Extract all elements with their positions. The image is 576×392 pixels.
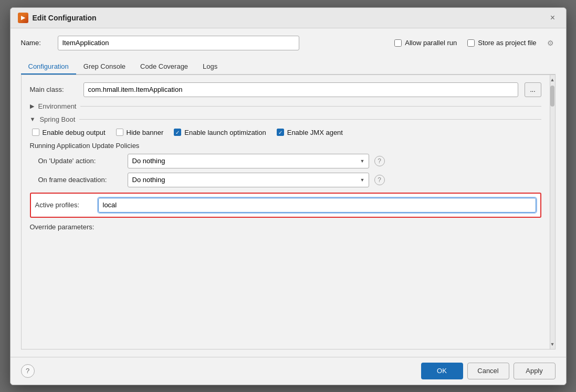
dialog-body: Name: Allow parallel run Store as projec… — [11, 28, 566, 357]
active-profiles-input[interactable] — [98, 198, 536, 213]
gear-icon[interactable]: ⚙ — [547, 39, 556, 47]
app-icon: ▶ — [18, 13, 28, 23]
bottom-bar: ? OK Cancel Apply — [11, 357, 566, 385]
policies-section: Running Application Update Policies On '… — [30, 142, 541, 187]
enable-launch-item[interactable]: ✓ Enable launch optimization — [174, 129, 266, 136]
action-buttons: OK Cancel Apply — [421, 363, 556, 379]
ellipsis-button[interactable]: ... — [525, 82, 541, 97]
name-row: Name: Allow parallel run Store as projec… — [21, 36, 556, 50]
active-profiles-label: Active profiles: — [35, 201, 93, 209]
cancel-button[interactable]: Cancel — [467, 363, 509, 379]
frame-deactivation-label: On frame deactivation: — [38, 176, 122, 184]
help-button[interactable]: ? — [21, 364, 35, 378]
title-bar-left: ▶ Edit Configuration — [18, 13, 97, 23]
store-project-checkbox[interactable]: Store as project file — [467, 39, 536, 47]
dialog-title: Edit Configuration — [33, 14, 97, 22]
tab-grep-console[interactable]: Grep Console — [76, 59, 133, 74]
tabs-row: Configuration Grep Console Code Coverage… — [21, 59, 556, 75]
spring-boot-options-row: Enable debug output Hide banner ✓ Enable… — [30, 129, 541, 136]
enable-jmx-label: Enable JMX agent — [287, 129, 343, 136]
edit-configuration-dialog: ▶ Edit Configuration × Name: Allow paral… — [10, 7, 567, 385]
name-input[interactable] — [58, 36, 299, 50]
scroll-thumb[interactable] — [550, 86, 554, 107]
apply-button[interactable]: Apply — [514, 363, 556, 379]
tab-configuration[interactable]: Configuration — [21, 59, 76, 74]
frame-deactivation-row: On frame deactivation: Do nothing Update… — [30, 173, 541, 187]
hide-banner-item[interactable]: Hide banner — [116, 129, 164, 136]
frame-deactivation-select[interactable]: Do nothing Update resources Update class… — [128, 173, 369, 187]
enable-jmx-item[interactable]: ✓ Enable JMX agent — [277, 129, 343, 136]
ok-button[interactable]: OK — [421, 363, 463, 379]
scroll-up-button[interactable]: ▲ — [549, 76, 556, 83]
policies-title: Running Application Update Policies — [30, 142, 541, 150]
store-project-label: Store as project file — [478, 39, 536, 47]
update-action-select[interactable]: Do nothing Update classes and resources … — [128, 154, 369, 168]
close-button[interactable]: × — [547, 12, 559, 24]
frame-deactivation-wrapper: Do nothing Update resources Update class… — [128, 173, 369, 187]
tab-code-coverage[interactable]: Code Coverage — [133, 59, 195, 74]
tab-logs[interactable]: Logs — [195, 59, 225, 74]
environment-arrow[interactable]: ▶ — [30, 103, 34, 110]
environment-section: ▶ Environment — [30, 102, 541, 110]
spring-boot-arrow[interactable]: ▼ — [30, 116, 36, 122]
update-action-help-icon[interactable]: ? — [374, 156, 385, 166]
scroll-track: ▲ ▼ — [550, 75, 555, 349]
enable-debug-item[interactable]: Enable debug output — [32, 129, 106, 136]
hide-banner-checkbox[interactable] — [116, 129, 123, 136]
name-label: Name: — [21, 39, 47, 47]
update-action-wrapper: Do nothing Update classes and resources … — [128, 154, 369, 168]
header-checkboxes: Allow parallel run Store as project file… — [394, 39, 555, 47]
override-params: Override parameters: — [30, 223, 541, 231]
title-bar: ▶ Edit Configuration × — [11, 8, 566, 28]
spring-boot-label: Spring Boot — [39, 115, 75, 123]
spring-boot-section: ▼ Spring Boot — [30, 115, 541, 123]
content-with-scroll: Main class: ... ▶ Environment ▼ Spring B… — [21, 75, 556, 349]
enable-launch-checkbox[interactable]: ✓ — [174, 129, 181, 136]
enable-debug-checkbox[interactable] — [32, 129, 39, 136]
active-profiles-row: Active profiles: — [30, 193, 541, 218]
content-inner: Main class: ... ▶ Environment ▼ Spring B… — [22, 75, 550, 349]
main-class-input[interactable] — [83, 82, 518, 97]
allow-parallel-checkbox[interactable]: Allow parallel run — [394, 39, 457, 47]
store-project-input[interactable] — [467, 39, 475, 47]
allow-parallel-label: Allow parallel run — [405, 39, 457, 47]
enable-launch-label: Enable launch optimization — [184, 129, 266, 136]
main-class-row: Main class: ... — [30, 82, 541, 97]
main-class-label: Main class: — [30, 86, 77, 93]
enable-debug-label: Enable debug output — [43, 129, 106, 136]
allow-parallel-input[interactable] — [394, 39, 402, 47]
update-action-row: On 'Update' action: Do nothing Update cl… — [30, 154, 541, 168]
frame-deactivation-help-icon[interactable]: ? — [374, 175, 385, 185]
environment-label: Environment — [38, 102, 77, 110]
enable-jmx-checkbox[interactable]: ✓ — [277, 129, 284, 136]
update-action-label: On 'Update' action: — [38, 157, 122, 165]
hide-banner-label: Hide banner — [127, 129, 164, 136]
scroll-down-button[interactable]: ▼ — [549, 341, 556, 348]
